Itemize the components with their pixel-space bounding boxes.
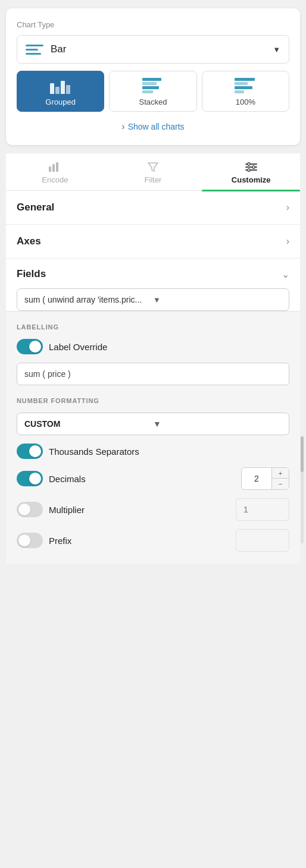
fields-header[interactable]: Fields ⌄ xyxy=(17,268,289,280)
chart-style-grouped[interactable]: Grouped xyxy=(17,71,104,112)
thousands-toggle[interactable] xyxy=(17,444,43,459)
encode-icon xyxy=(48,162,61,172)
stacked-label: Stacked xyxy=(139,98,167,106)
chart-type-dropdown[interactable]: Bar ▼ xyxy=(17,35,289,64)
multiplier-toggle[interactable] xyxy=(17,502,43,517)
fields-section: Fields ⌄ sum ( unwind array 'items.pric.… xyxy=(6,259,300,311)
labelling-section-label: LABELLING xyxy=(17,323,289,331)
label-override-row: Label Override xyxy=(17,339,289,354)
bar-chart-icon xyxy=(26,42,43,57)
field-dropdown-arrow: ▼ xyxy=(153,295,282,304)
fields-label: Fields xyxy=(17,268,282,280)
general-arrow: › xyxy=(286,202,289,213)
decimals-input-wrapper: + − xyxy=(241,467,289,490)
thousands-label: Thousands Separators xyxy=(49,446,139,457)
decimals-step-down[interactable]: − xyxy=(272,479,289,489)
scrollbar-track xyxy=(301,436,304,543)
decimals-stepper: + − xyxy=(271,468,289,489)
tabs-panel: Encode Filter xyxy=(6,153,300,191)
hundred-label: 100% xyxy=(236,98,255,106)
decimals-step-up[interactable]: + xyxy=(272,468,289,479)
number-formatting-section-label: NUMBER FORMATTING xyxy=(17,397,289,404)
label-override-toggle[interactable] xyxy=(17,339,43,354)
svg-rect-0 xyxy=(49,166,51,172)
chart-type-selected: Bar xyxy=(51,43,273,55)
general-label: General xyxy=(17,202,286,213)
axes-arrow: › xyxy=(286,236,289,247)
number-format-dropdown[interactable]: CUSTOM ▼ xyxy=(17,413,289,435)
hundred-icon xyxy=(235,77,256,94)
label-override-label: Label Override xyxy=(49,342,107,352)
chart-style-stacked[interactable]: Stacked xyxy=(109,71,196,112)
tabs-row: Encode Filter xyxy=(6,153,300,191)
multiplier-label: Multiplier xyxy=(49,505,230,515)
chart-type-label: Chart Type xyxy=(17,20,289,29)
main-content: General › Axes › Fields ⌄ sum ( unwind a… xyxy=(6,191,300,564)
number-format-arrow: ▼ xyxy=(153,419,282,429)
axes-section[interactable]: Axes › xyxy=(6,225,300,259)
decimals-toggle[interactable] xyxy=(17,471,43,486)
fields-arrow: ⌄ xyxy=(282,269,289,280)
multiplier-row: Multiplier xyxy=(17,498,289,521)
svg-rect-1 xyxy=(52,164,55,172)
svg-point-7 xyxy=(252,166,254,168)
show-all-charts-label: Show all charts xyxy=(128,122,185,131)
prefix-row: Prefix xyxy=(17,529,289,552)
prefix-label: Prefix xyxy=(49,536,230,546)
tab-encode[interactable]: Encode xyxy=(6,153,104,190)
customize-icon xyxy=(245,162,258,172)
stacked-icon xyxy=(142,77,164,94)
axes-label: Axes xyxy=(17,235,286,247)
prefix-input xyxy=(236,529,289,552)
svg-point-8 xyxy=(247,169,249,171)
svg-rect-2 xyxy=(56,162,58,172)
thousands-separators-row: Thousands Separators xyxy=(17,444,289,459)
decimals-input[interactable] xyxy=(242,469,271,488)
tab-customize-label: Customize xyxy=(232,175,271,184)
number-format-value: CUSTOM xyxy=(24,419,153,429)
filter-icon xyxy=(146,162,160,172)
chart-styles-group: Grouped Stacked 10 xyxy=(17,71,289,112)
multiplier-input xyxy=(236,498,289,521)
show-all-charts-btn[interactable]: › Show all charts xyxy=(17,120,289,134)
chart-style-100[interactable]: 100% xyxy=(202,71,289,112)
scrollbar-thumb[interactable] xyxy=(301,436,304,472)
grouped-icon xyxy=(50,77,71,94)
general-section[interactable]: General › xyxy=(6,191,300,225)
svg-point-6 xyxy=(247,163,249,165)
label-override-input[interactable] xyxy=(17,363,289,385)
field-dropdown[interactable]: sum ( unwind array 'items.pric... ▼ xyxy=(17,288,289,311)
tab-filter[interactable]: Filter xyxy=(104,153,202,190)
prefix-toggle[interactable] xyxy=(17,533,43,548)
tab-customize[interactable]: Customize xyxy=(202,153,300,190)
sub-panel: LABELLING Label Override NUMBER FORMATTI… xyxy=(6,311,300,564)
grouped-label: Grouped xyxy=(45,98,76,106)
decimals-row: Decimals + − xyxy=(17,467,289,490)
field-dropdown-value: sum ( unwind array 'items.pric... xyxy=(24,295,153,304)
tab-encode-label: Encode xyxy=(42,175,68,184)
chart-type-arrow: ▼ xyxy=(273,45,280,54)
decimals-label: Decimals xyxy=(49,474,235,484)
tab-filter-label: Filter xyxy=(145,175,162,184)
